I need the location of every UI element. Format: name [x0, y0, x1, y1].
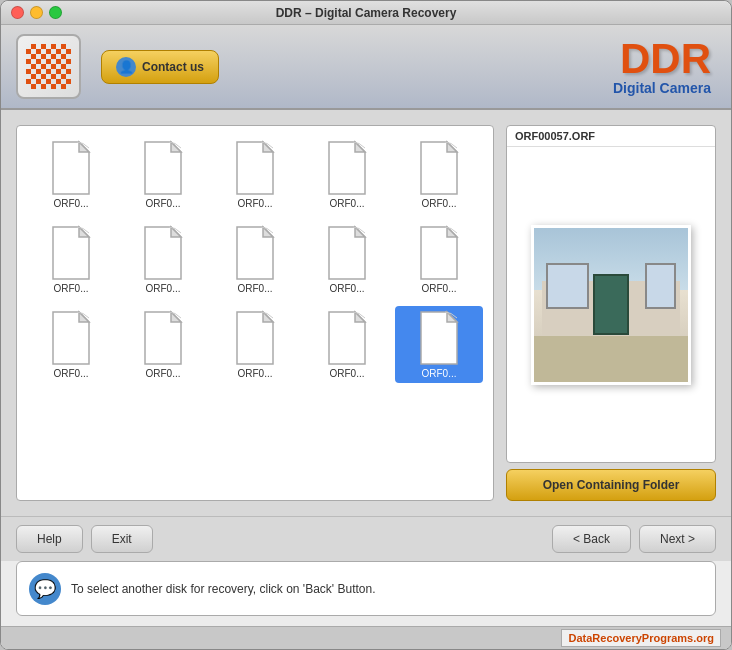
file-item[interactable]: ORF0... — [211, 306, 299, 383]
file-item[interactable]: ORF0... — [27, 136, 115, 213]
file-label: ORF0... — [329, 368, 364, 379]
file-label: ORF0... — [145, 198, 180, 209]
file-item[interactable]: ORF0... — [303, 306, 391, 383]
file-label: ORF0... — [53, 198, 88, 209]
brand-sub: Digital Camera — [613, 80, 711, 96]
header: 👤 Contact us DDR Digital Camera — [1, 25, 731, 110]
preview-filename: ORF00057.ORF — [507, 126, 715, 147]
info-bar: 💬 To select another disk for recovery, c… — [16, 561, 716, 616]
file-item[interactable]: ORF0... — [27, 306, 115, 383]
file-icon — [231, 310, 279, 366]
contact-icon: 👤 — [116, 57, 136, 77]
file-label: ORF0... — [329, 198, 364, 209]
file-label: ORF0... — [237, 368, 272, 379]
building-door — [593, 274, 630, 336]
file-item[interactable]: ORF0... — [119, 221, 207, 298]
file-label: ORF0... — [421, 368, 456, 379]
file-item[interactable]: ORF0... — [119, 306, 207, 383]
info-message: To select another disk for recovery, cli… — [71, 582, 376, 596]
maximize-button[interactable] — [49, 6, 62, 19]
file-label: ORF0... — [237, 198, 272, 209]
file-label: ORF0... — [53, 283, 88, 294]
file-icon — [231, 225, 279, 281]
file-icon — [139, 310, 187, 366]
window-controls — [11, 6, 62, 19]
file-grid-scroll[interactable]: ORF0... ORF0... ORF0... ORF0... ORF0... … — [17, 126, 493, 500]
preview-box: ORF00057.ORF — [506, 125, 716, 463]
file-label: ORF0... — [145, 283, 180, 294]
file-icon — [323, 140, 371, 196]
file-icon — [323, 225, 371, 281]
brand: DDR Digital Camera — [613, 38, 711, 96]
file-label: ORF0... — [329, 283, 364, 294]
building-window-right — [645, 263, 676, 309]
file-icon — [47, 310, 95, 366]
building-scene — [534, 228, 688, 382]
file-label: ORF0... — [53, 368, 88, 379]
file-item[interactable]: ORF0... — [211, 221, 299, 298]
file-icon — [415, 140, 463, 196]
open-folder-button[interactable]: Open Containing Folder — [506, 469, 716, 501]
footer: DataRecoveryPrograms.org — [1, 626, 731, 649]
file-icon — [415, 310, 463, 366]
close-button[interactable] — [11, 6, 24, 19]
file-icon — [47, 225, 95, 281]
info-icon: 💬 — [29, 573, 61, 605]
file-grid: ORF0... ORF0... ORF0... ORF0... ORF0... … — [27, 136, 483, 383]
file-item[interactable]: ORF0... — [303, 221, 391, 298]
brand-ddr: DDR — [613, 38, 711, 80]
file-icon — [139, 225, 187, 281]
file-item[interactable]: ORF0... — [303, 136, 391, 213]
help-button[interactable]: Help — [16, 525, 83, 553]
logo-checker-icon — [26, 44, 71, 89]
file-icon — [231, 140, 279, 196]
bottom-bar: Help Exit < Back Next > — [1, 516, 731, 561]
next-button[interactable]: Next > — [639, 525, 716, 553]
window-title: DDR – Digital Camera Recovery — [276, 6, 457, 20]
file-item[interactable]: ORF0... — [211, 136, 299, 213]
file-label: ORF0... — [421, 283, 456, 294]
file-item[interactable]: ORF0... — [395, 136, 483, 213]
back-next-group: < Back Next > — [552, 525, 716, 553]
file-item[interactable]: ORF0... — [395, 306, 483, 383]
file-icon — [47, 140, 95, 196]
file-icon — [323, 310, 371, 366]
main-content: ORF0... ORF0... ORF0... ORF0... ORF0... … — [1, 110, 731, 516]
title-bar: DDR – Digital Camera Recovery — [1, 1, 731, 25]
help-exit-group: Help Exit — [16, 525, 153, 553]
minimize-button[interactable] — [30, 6, 43, 19]
file-item[interactable]: ORF0... — [27, 221, 115, 298]
back-button[interactable]: < Back — [552, 525, 631, 553]
app-logo — [16, 34, 81, 99]
building-window-left — [546, 263, 589, 309]
file-item[interactable]: ORF0... — [119, 136, 207, 213]
exit-button[interactable]: Exit — [91, 525, 153, 553]
file-label: ORF0... — [237, 283, 272, 294]
contact-button[interactable]: 👤 Contact us — [101, 50, 219, 84]
file-label: ORF0... — [145, 368, 180, 379]
preview-panel: ORF00057.ORF Open Containing Folder — [506, 125, 716, 501]
file-icon — [415, 225, 463, 281]
file-label: ORF0... — [421, 198, 456, 209]
footer-link[interactable]: DataRecoveryPrograms.org — [561, 629, 721, 647]
file-icon — [139, 140, 187, 196]
preview-image — [531, 225, 691, 385]
app-window: DDR – Digital Camera Recovery 👤 Contact … — [0, 0, 732, 650]
file-grid-area[interactable]: ORF0... ORF0... ORF0... ORF0... ORF0... … — [16, 125, 494, 501]
file-item[interactable]: ORF0... — [395, 221, 483, 298]
preview-image-area — [507, 147, 715, 462]
